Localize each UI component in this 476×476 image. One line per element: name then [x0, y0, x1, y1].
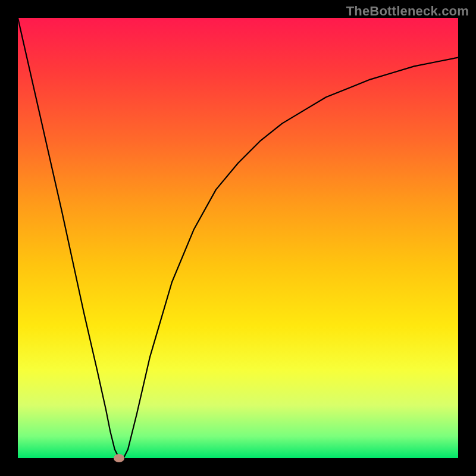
plot-area	[18, 18, 458, 458]
watermark-text: TheBottleneck.com	[346, 4, 469, 19]
bottleneck-curve	[18, 18, 458, 458]
optimal-point-marker	[114, 454, 124, 462]
chart-frame: TheBottleneck.com	[0, 0, 476, 476]
